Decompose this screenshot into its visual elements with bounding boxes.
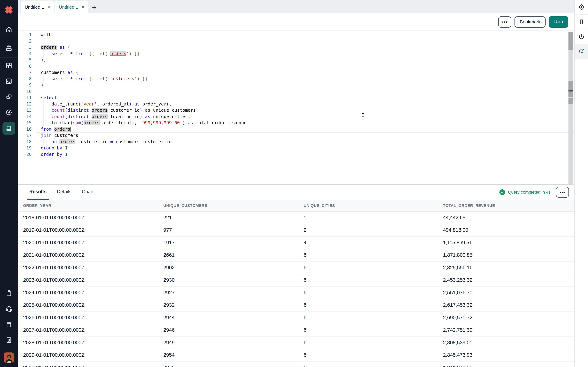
sidebar-home-button[interactable] bbox=[0, 20, 18, 39]
avatar-image bbox=[4, 352, 14, 363]
code-line[interactable]: select * from {{ ref('orders') }} bbox=[35, 50, 574, 57]
line-number: 16 bbox=[18, 126, 32, 133]
code-token: * bbox=[68, 51, 76, 56]
compute-laptop-icon bbox=[5, 125, 13, 132]
code-window-icon bbox=[5, 77, 13, 85]
code-token bbox=[86, 76, 89, 81]
sql-editor[interactable]: 1234567891011121314151617181920 withorde… bbox=[18, 31, 574, 184]
rail-ai-assistant-button[interactable] bbox=[575, 44, 588, 59]
tab-chart[interactable]: Chart bbox=[79, 185, 96, 200]
code-token: orders bbox=[84, 120, 100, 125]
table-row: 2029-01-01T00:00:00.000Z295462,845,473.9… bbox=[18, 349, 574, 362]
rail-explore-button[interactable] bbox=[575, 0, 588, 15]
table-cell: 6 bbox=[303, 252, 443, 258]
code-line[interactable]: ), bbox=[35, 57, 574, 63]
hex-logo[interactable] bbox=[0, 0, 18, 20]
table-cell: 2,453,253.32 bbox=[443, 277, 574, 283]
code-line[interactable]: customers as ( bbox=[35, 69, 574, 76]
code-line[interactable]: on orders.customer_id = customers.custom… bbox=[35, 139, 574, 145]
code-line[interactable]: from orders bbox=[35, 126, 574, 133]
editor-scrollbar[interactable] bbox=[569, 32, 573, 185]
table-cell: 2028-01-01T00:00:00.000Z bbox=[23, 340, 163, 346]
line-number: 12 bbox=[18, 101, 32, 107]
code-line[interactable]: order by 1 bbox=[35, 151, 574, 158]
rail-bookmarks-button[interactable] bbox=[575, 15, 588, 29]
tab-untitled-1-active[interactable]: Untitled 1 ✕ bbox=[21, 1, 54, 13]
indent-guide bbox=[43, 76, 43, 82]
sidebar-compute-active-item[interactable] bbox=[0, 120, 18, 136]
line-number: 14 bbox=[18, 113, 32, 120]
sidebar-explore-button[interactable] bbox=[0, 105, 18, 120]
code-line[interactable]: count(distinct orders.location_id) as un… bbox=[35, 113, 574, 120]
line-number: 8 bbox=[18, 76, 32, 82]
code-line[interactable]: to_char(sum(orders.order_total), '999,99… bbox=[35, 120, 574, 126]
code-token: ) bbox=[129, 101, 132, 107]
explore-compass-icon bbox=[5, 109, 13, 116]
code-token: '999,999,999.00' bbox=[140, 120, 182, 125]
table-cell: 2026-01-01T00:00:00.000Z bbox=[23, 315, 163, 321]
code-area[interactable]: withorders as (select * from {{ ref('ord… bbox=[35, 32, 574, 184]
run-button[interactable]: Run bbox=[549, 16, 568, 28]
sidebar-projects-button[interactable] bbox=[0, 39, 18, 58]
code-line[interactable] bbox=[35, 88, 574, 95]
code-line[interactable]: with bbox=[35, 32, 574, 38]
code-line[interactable]: date_trunc('year', ordered_at) as order_… bbox=[35, 101, 574, 107]
code-token: ( bbox=[81, 120, 84, 125]
sidebar-changelog-button[interactable] bbox=[0, 285, 18, 301]
column-header[interactable]: ORDER_YEAR bbox=[23, 203, 163, 208]
code-token bbox=[73, 70, 76, 75]
table-cell: 2902 bbox=[163, 265, 303, 271]
code-token: total_order_revenue bbox=[193, 120, 247, 125]
tab-results[interactable]: Results bbox=[27, 185, 49, 200]
tab-close-icon[interactable]: ✕ bbox=[47, 5, 51, 9]
table-row: 2024-01-01T00:00:00.000Z292762,551,076.7… bbox=[18, 286, 574, 299]
code-token: count bbox=[52, 114, 65, 119]
sidebar-docs-button[interactable] bbox=[0, 317, 18, 332]
code-line[interactable]: ) bbox=[35, 82, 574, 88]
code-token bbox=[65, 45, 68, 50]
explore-compass-icon bbox=[578, 4, 585, 10]
user-avatar[interactable] bbox=[0, 348, 18, 367]
hex-app-window: Untitled 1 ✕ Untitled 1 ✕ + ••• Bookmark… bbox=[0, 0, 588, 367]
column-header[interactable]: UNIQUE_CUSTOMERS bbox=[163, 203, 303, 208]
sidebar-apps-button[interactable] bbox=[0, 89, 18, 105]
code-line[interactable] bbox=[35, 38, 574, 44]
code-line[interactable] bbox=[35, 63, 574, 69]
code-token: from bbox=[76, 76, 86, 81]
table-row: 2028-01-01T00:00:00.000Z294962,808,539.0… bbox=[18, 336, 574, 349]
code-line[interactable]: orders as ( bbox=[35, 44, 574, 50]
column-header[interactable]: TOTAL_ORDER_REVENUE bbox=[443, 203, 574, 208]
query-status: Query completed in 4s ••• bbox=[499, 185, 574, 200]
tab-bar: Untitled 1 ✕ Untitled 1 ✕ + bbox=[18, 0, 574, 13]
table-cell: 6 bbox=[303, 290, 443, 296]
bookmark-button[interactable]: Bookmark bbox=[515, 16, 545, 28]
table-cell: 1,115,869.51 bbox=[443, 240, 574, 246]
sidebar-support-button[interactable] bbox=[0, 301, 18, 317]
cell-toolbar: ••• Bookmark Run bbox=[18, 13, 574, 31]
code-token: ) bbox=[182, 120, 185, 125]
line-number: 9 bbox=[18, 82, 32, 88]
tab-details[interactable]: Details bbox=[54, 185, 74, 200]
code-token: as bbox=[188, 120, 193, 125]
tab-close-icon[interactable]: ✕ bbox=[81, 5, 85, 9]
sidebar-dashboard-button[interactable] bbox=[0, 58, 18, 73]
rail-history-button[interactable] bbox=[575, 29, 588, 44]
code-line[interactable]: group by 1 bbox=[35, 145, 574, 151]
sidebar-organization-button[interactable] bbox=[0, 332, 18, 348]
sidebar-code-view-button[interactable] bbox=[0, 73, 18, 89]
more-options-button[interactable]: ••• bbox=[498, 16, 511, 28]
column-header[interactable]: UNIQUE_CITIES bbox=[303, 203, 443, 208]
new-tab-button[interactable]: + bbox=[89, 4, 100, 13]
results-more-options-button[interactable]: ••• bbox=[556, 187, 569, 198]
code-line[interactable]: join customers bbox=[35, 132, 574, 139]
table-cell: 2023-01-01T00:00:00.000Z bbox=[23, 277, 163, 283]
code-line[interactable]: count(distinct orders.customer_id) as un… bbox=[35, 107, 574, 113]
table-cell: 44,442.65 bbox=[443, 215, 574, 221]
code-token: ( bbox=[70, 120, 73, 125]
home-icon bbox=[5, 26, 13, 33]
code-token: 1 bbox=[65, 145, 68, 150]
code-line[interactable]: select * from {{ ref('customers') }} bbox=[35, 76, 574, 82]
code-token: ( bbox=[76, 70, 78, 75]
code-line[interactable]: select bbox=[35, 94, 574, 101]
tab-untitled-1-preview[interactable]: Untitled 1 ✕ bbox=[55, 1, 88, 13]
